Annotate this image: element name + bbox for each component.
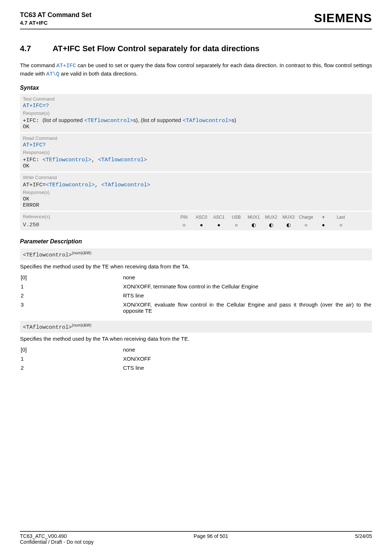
reference-icons: ○ ● ● ○ ◐ ◐ ◐ ○ ● ○ bbox=[175, 222, 350, 228]
status-icon: ● bbox=[315, 222, 332, 228]
te-tag-text: <TEflowcontrol> bbox=[23, 252, 72, 258]
te-tag: <TEflowcontrol> bbox=[84, 118, 133, 124]
ta-tag: <TAflowcontrol> bbox=[101, 182, 150, 188]
panel-label: Response(s) bbox=[23, 110, 369, 116]
section-heading: 4.7AT+IFC Set Flow Control separately fo… bbox=[20, 44, 372, 53]
reference-value: V.250 bbox=[23, 222, 175, 228]
reference-label: Reference(s) bbox=[23, 214, 175, 219]
comma: , bbox=[91, 157, 98, 163]
status-icon: ○ bbox=[332, 222, 350, 228]
intro-text: are valid in both data directions. bbox=[60, 70, 138, 77]
page-header: TC63 AT Command Set 4.7 AT+IFC SIEMENS bbox=[20, 11, 372, 27]
footer-rule bbox=[20, 531, 372, 532]
ta-param-table: [0]none 1XON/XOFF 2CTS line bbox=[20, 345, 372, 373]
table-row: 1XON/XOFF bbox=[21, 355, 371, 363]
test-command: AT+IFC=? bbox=[23, 103, 369, 109]
panel-label: Test Command bbox=[23, 96, 369, 102]
param-key: [0] bbox=[21, 273, 122, 281]
col-mux3: MUX3 bbox=[280, 215, 297, 220]
section-number: 4.7 bbox=[20, 44, 53, 53]
status-icon: ◐ bbox=[262, 222, 280, 228]
te-param-table: [0]none 1XON/XOFF, terminate flow contro… bbox=[20, 272, 372, 316]
col-mux2: MUX2 bbox=[262, 215, 280, 220]
param-value: CTS line bbox=[123, 364, 371, 372]
param-key: 2 bbox=[21, 364, 122, 372]
resp-prefix: +IFC: bbox=[23, 118, 42, 124]
col-usb: USB bbox=[228, 215, 245, 220]
ta-tag: <TAflowcontrol> bbox=[183, 118, 232, 124]
read-command-panel: Read Command AT+IFC? Response(s) +IFC: <… bbox=[20, 133, 372, 171]
col-asc0: ASC0 bbox=[193, 215, 210, 220]
resp-text: (list of supported bbox=[42, 117, 84, 123]
param-value: none bbox=[123, 273, 371, 281]
ta-tag: <TAflowcontrol> bbox=[98, 157, 147, 163]
param-key: 2 bbox=[21, 291, 122, 300]
te-sup: (num)(&W) bbox=[72, 251, 91, 255]
status-icon: ○ bbox=[297, 222, 315, 228]
param-value: RTS line bbox=[123, 291, 371, 300]
param-key: 1 bbox=[21, 355, 122, 363]
ok-text: OK bbox=[23, 124, 369, 130]
param-key: [0] bbox=[21, 345, 122, 354]
footer-right: 5/24/05 bbox=[355, 533, 372, 539]
te-tag: <TEflowcontrol> bbox=[42, 157, 91, 163]
read-response: +IFC: <TEflowcontrol>, <TAflowcontrol> bbox=[23, 156, 369, 163]
header-rule bbox=[20, 29, 372, 29]
resp-text: s) bbox=[232, 117, 236, 123]
table-row: 2RTS line bbox=[21, 291, 371, 300]
param-value: none bbox=[123, 345, 371, 354]
siemens-logo: SIEMENS bbox=[314, 11, 372, 25]
table-row: 1XON/XOFF, terminate flow control in the… bbox=[21, 282, 371, 291]
panel-label: Response(s) bbox=[23, 190, 369, 195]
table-row: 3XON/XOFF, evaluate flow control in the … bbox=[21, 300, 371, 315]
test-command-panel: Test Command AT+IFC=? Response(s) +IFC: … bbox=[20, 94, 372, 132]
product-title: TC63 AT Command Set bbox=[20, 11, 91, 19]
footer-center: Page 96 of 501 bbox=[194, 533, 228, 539]
cmd-atq: AT\Q bbox=[46, 71, 60, 77]
status-icon: ◐ bbox=[245, 222, 262, 228]
col-pin: PIN bbox=[175, 215, 193, 220]
col-airplane-icon: ✈ bbox=[315, 215, 332, 220]
section-title-text: AT+IFC Set Flow Control separately for d… bbox=[53, 44, 260, 53]
table-row: [0]none bbox=[21, 273, 371, 281]
status-icon: ◐ bbox=[280, 222, 297, 228]
page-footer: TC63_ATC_V00.490 Page 96 of 501 5/24/05 … bbox=[20, 531, 372, 545]
reference-panel: Reference(s) PIN ASC0 ASC1 USB MUX1 MUX2… bbox=[20, 212, 372, 230]
status-icon: ○ bbox=[175, 222, 193, 228]
read-command: AT+IFC? bbox=[23, 142, 369, 148]
intro-paragraph: The command AT+IFC can be used to set or… bbox=[20, 61, 372, 78]
param-desc-heading: Parameter Description bbox=[20, 238, 372, 245]
col-asc1: ASC1 bbox=[210, 215, 228, 220]
intro-text: The command bbox=[20, 62, 56, 68]
col-mux1: MUX1 bbox=[245, 215, 262, 220]
param-value: XON/XOFF bbox=[123, 355, 371, 363]
ok-text: OK bbox=[23, 196, 369, 202]
param-value: XON/XOFF, evaluate flow control in the C… bbox=[123, 300, 371, 315]
status-icon: ● bbox=[193, 222, 210, 228]
table-row: [0]none bbox=[21, 345, 371, 354]
write-command: AT+IFC=<TEflowcontrol>, <TAflowcontrol> bbox=[23, 181, 369, 188]
status-icon: ○ bbox=[228, 222, 245, 228]
header-section: 4.7 AT+IFC bbox=[20, 19, 91, 27]
table-row: 2CTS line bbox=[21, 364, 371, 372]
footer-left: TC63_ATC_V00.490 bbox=[20, 533, 67, 539]
resp-text: s), (list of supported bbox=[133, 117, 183, 123]
footer-sub: Confidential / Draft - Do not copy bbox=[20, 539, 372, 545]
comma: , bbox=[95, 182, 101, 188]
te-desc: Specifies the method used by the TE when… bbox=[20, 263, 372, 270]
ta-param-tag: <TAflowcontrol>(num)(&W) bbox=[20, 321, 372, 333]
panel-label: Response(s) bbox=[23, 150, 369, 155]
cmd-prefix: AT+IFC= bbox=[23, 182, 46, 188]
status-icon: ● bbox=[210, 222, 228, 228]
resp-prefix: +IFC: bbox=[23, 157, 42, 163]
ta-sup: (num)(&W) bbox=[72, 323, 91, 327]
param-key: 3 bbox=[21, 300, 122, 315]
write-command-panel: Write Command AT+IFC=<TEflowcontrol>, <T… bbox=[20, 173, 372, 211]
cmd-atifc: AT+IFC bbox=[56, 63, 76, 69]
error-text: ERROR bbox=[23, 202, 369, 208]
ta-desc: Specifies the method used by the TA when… bbox=[20, 336, 372, 342]
syntax-heading: Syntax bbox=[20, 85, 372, 91]
panel-label: Read Command bbox=[23, 135, 369, 141]
te-param-tag: <TEflowcontrol>(num)(&W) bbox=[20, 248, 372, 260]
panel-label: Write Command bbox=[23, 175, 369, 180]
